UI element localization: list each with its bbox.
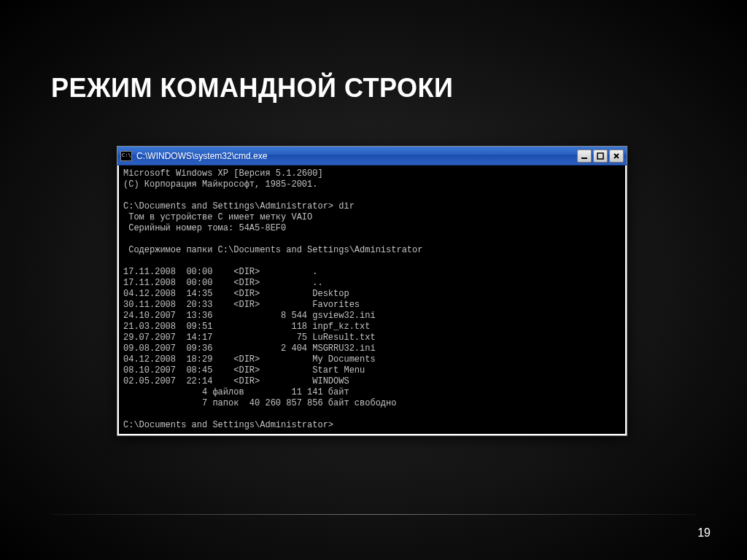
window-title: C:\WINDOWS\system32\cmd.exe <box>136 151 577 161</box>
slide-number: 19 <box>697 526 711 540</box>
console-output[interactable]: Microsoft Windows XP [Версия 5.1.2600] (… <box>117 166 627 435</box>
svg-rect-0 <box>581 158 587 159</box>
footer-divider <box>51 514 696 515</box>
cmd-window: C:\WINDOWS\system32\cmd.exe Microsoft Wi… <box>117 146 627 436</box>
window-controls <box>577 149 624 163</box>
svg-rect-1 <box>597 153 603 159</box>
cmd-icon <box>120 151 132 161</box>
window-titlebar: C:\WINDOWS\system32\cmd.exe <box>117 147 627 166</box>
close-button[interactable] <box>609 149 624 163</box>
maximize-button[interactable] <box>593 149 608 163</box>
minimize-button[interactable] <box>577 149 592 163</box>
slide-title: РЕЖИМ КОМАНДНОЙ СТРОКИ <box>51 73 453 104</box>
